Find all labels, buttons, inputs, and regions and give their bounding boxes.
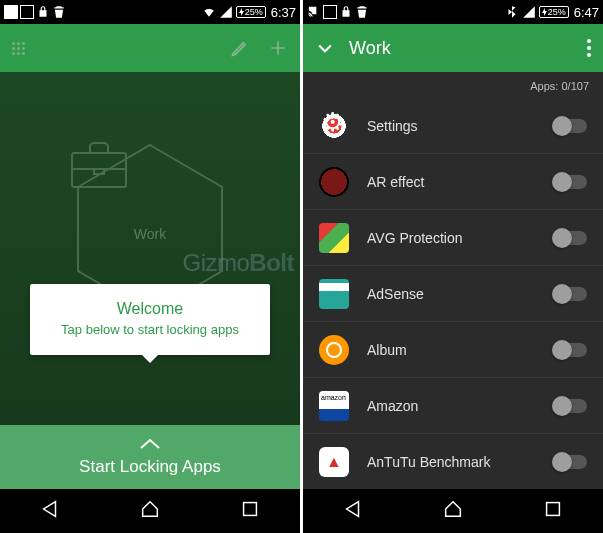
toggle-switch[interactable] <box>553 119 587 133</box>
lock-icon <box>36 5 50 19</box>
chevron-up-icon <box>139 437 161 455</box>
app-row-antutu[interactable]: AnTuTu Benchmark <box>303 434 603 489</box>
status-bar: 25% 6:37 <box>0 0 300 24</box>
toggle-switch[interactable] <box>553 399 587 413</box>
start-label: Start Locking Apps <box>79 457 221 477</box>
bag-icon <box>355 5 369 19</box>
app-name: Settings <box>367 118 553 134</box>
back-button[interactable] <box>39 498 61 524</box>
app-name: Album <box>367 342 553 358</box>
app-name: AR effect <box>367 174 553 190</box>
app-icon <box>319 279 349 309</box>
app-icon <box>319 447 349 477</box>
collapse-icon[interactable] <box>315 38 335 58</box>
recent-button[interactable] <box>542 498 564 524</box>
app-row-settings[interactable]: Settings <box>303 98 603 154</box>
signal-icon <box>522 5 536 19</box>
add-icon[interactable] <box>268 38 288 58</box>
signal-icon <box>219 5 233 19</box>
notification-icon <box>323 5 337 19</box>
welcome-subtitle: Tap below to start locking apps <box>40 322 260 337</box>
status-bar: 25% 6:47 <box>303 0 603 24</box>
app-row-album[interactable]: Album <box>303 322 603 378</box>
cast-icon <box>307 5 321 19</box>
navigation-bar <box>0 489 300 533</box>
app-icon <box>319 223 349 253</box>
main-content: Apps: 0/107 Settings AR effect AVG Prote… <box>303 72 603 489</box>
app-name: Amazon <box>367 398 553 414</box>
toolbar: Work <box>303 24 603 72</box>
app-row-ar[interactable]: AR effect <box>303 154 603 210</box>
phone-right: 25% 6:47 Work Apps: 0/107 Settings AR ef… <box>303 0 603 533</box>
app-icon <box>319 335 349 365</box>
app-row-avg[interactable]: AVG Protection <box>303 210 603 266</box>
edit-icon[interactable] <box>230 38 250 58</box>
toggle-switch[interactable] <box>553 175 587 189</box>
welcome-title: Welcome <box>40 300 260 318</box>
profile-label: Work <box>134 226 166 242</box>
navigation-bar <box>303 489 603 533</box>
welcome-tooltip: Welcome Tap below to start locking apps <box>30 284 270 355</box>
toggle-switch[interactable] <box>553 231 587 245</box>
apps-count: Apps: 0/107 <box>303 72 603 98</box>
app-icon: amazon <box>319 391 349 421</box>
toggle-switch[interactable] <box>553 287 587 301</box>
bag-icon <box>52 5 66 19</box>
back-button[interactable] <box>342 498 364 524</box>
svg-rect-2 <box>244 503 257 516</box>
svg-rect-3 <box>547 503 560 516</box>
start-locking-button[interactable]: Start Locking Apps <box>0 425 300 489</box>
battery-indicator: 25% <box>236 6 266 18</box>
app-name: AnTuTu Benchmark <box>367 454 553 470</box>
home-button[interactable] <box>139 498 161 524</box>
app-row-amazon[interactable]: amazon Amazon <box>303 378 603 434</box>
clock: 6:37 <box>271 5 296 20</box>
toolbar <box>0 24 300 72</box>
home-button[interactable] <box>442 498 464 524</box>
app-name: AdSense <box>367 286 553 302</box>
wifi-icon <box>202 5 216 19</box>
toggle-switch[interactable] <box>553 343 587 357</box>
app-icon <box>319 111 349 141</box>
phone-left: 25% 6:37 Work GizmoBolt Welcome Tap belo… <box>0 0 300 533</box>
battery-indicator: 25% <box>539 6 569 18</box>
recent-button[interactable] <box>239 498 261 524</box>
notification-icon <box>4 5 18 19</box>
main-content: Work GizmoBolt Welcome Tap below to star… <box>0 72 300 425</box>
clock: 6:47 <box>574 5 599 20</box>
app-icon <box>319 167 349 197</box>
overflow-menu-icon[interactable] <box>587 39 591 57</box>
toolbar-title: Work <box>349 38 391 59</box>
toggle-switch[interactable] <box>553 455 587 469</box>
lock-icon <box>339 5 353 19</box>
menu-grid-icon[interactable] <box>12 42 25 55</box>
app-row-adsense[interactable]: AdSense <box>303 266 603 322</box>
app-list[interactable]: Settings AR effect AVG Protection AdSens… <box>303 98 603 489</box>
bluetooth-icon <box>505 5 519 19</box>
notification-icon <box>20 5 34 19</box>
app-name: AVG Protection <box>367 230 553 246</box>
